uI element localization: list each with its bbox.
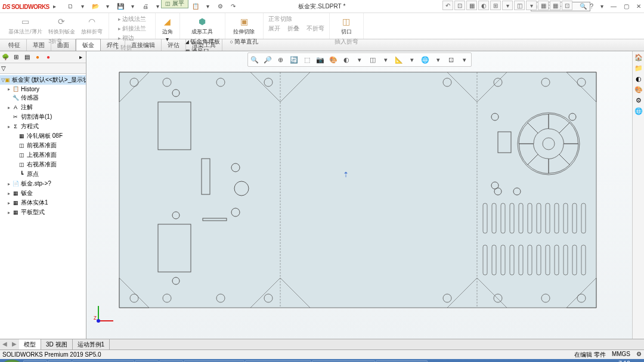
tree-item[interactable]: ✂切割清单(1)	[0, 112, 86, 122]
rebuild-icon[interactable]: 📋	[190, 2, 201, 11]
forum-icon[interactable]: 🌐	[634, 106, 643, 116]
ctx-btn[interactable]: ▾	[526, 1, 537, 10]
filter-icon[interactable]: ▽	[1, 65, 6, 72]
tree-item[interactable]: ▸Σ方程式	[0, 122, 86, 131]
normal-cut-button[interactable]: 正常切除	[267, 14, 326, 24]
tab-scroll-left-icon[interactable]: ◀	[0, 339, 10, 349]
tree-item[interactable]: ▦冷轧钢板 08F	[0, 131, 86, 141]
tree-item[interactable]: ▸▦基体实体1	[0, 198, 86, 208]
dropdown-icon[interactable]: ▾	[203, 2, 213, 11]
flatten-tag[interactable]: ◫ 展平	[161, 0, 188, 8]
simple-hole-button[interactable]: ○ 简单直孔	[229, 37, 259, 47]
save-icon[interactable]: 💾	[115, 2, 126, 11]
lofted-bend-button[interactable]: ◠放样折弯	[79, 14, 105, 37]
config-tab-icon[interactable]: ▤	[23, 53, 31, 61]
zoom-prev-icon[interactable]: ⊕	[275, 54, 286, 65]
status-custom-icon[interactable]: ⚙	[636, 351, 642, 359]
fold-button[interactable]: 折叠	[286, 24, 301, 33]
dropdown-icon[interactable]: ▾	[599, 3, 605, 10]
open-icon[interactable]: 📂	[90, 2, 101, 11]
orientation-icon[interactable]: 📐	[394, 54, 404, 65]
no-bend-button[interactable]: 不折弯	[305, 24, 326, 33]
tab-features[interactable]: 特征	[2, 39, 27, 51]
tab-weldments[interactable]: 焊件	[101, 39, 125, 51]
hide-show-icon[interactable]: ◫	[367, 54, 378, 65]
tree-item[interactable]: 🔧传感器	[0, 93, 86, 103]
tree-item[interactable]: ▸A注解	[0, 103, 86, 112]
edge-flange-button[interactable]: ▸ 边线法兰	[117, 14, 147, 24]
motion-study-tab[interactable]: 运动算例1	[73, 339, 110, 349]
display-style-icon[interactable]: ◐	[341, 54, 352, 65]
insert-bends-button[interactable]: 插入折弯	[333, 37, 360, 47]
view-settings-icon[interactable]: ⊡	[446, 54, 457, 65]
minimize-button[interactable]: —	[609, 3, 618, 10]
new-icon[interactable]: 🗋	[65, 2, 76, 11]
ctx-btn[interactable]: ⊡	[562, 1, 572, 10]
tab-sheetmetal[interactable]: 钣金	[76, 39, 101, 51]
display-tab-icon[interactable]: ●	[33, 53, 42, 61]
ctx-btn[interactable]: ⊞	[490, 1, 501, 10]
ctx-btn[interactable]: ◫	[514, 1, 525, 10]
appearance-icon[interactable]: 🎨	[328, 54, 339, 65]
graphics-viewport[interactable]: 🔍 🔎 ⊕ 🔄 ⬚ 📷 🎨 ◐ ▾ ◫ ▾ 📐 ▾ 🌐 ▾ ⊡ ▾	[86, 51, 632, 339]
help-button[interactable]: ?	[588, 3, 595, 10]
close-button[interactable]: ✕	[634, 3, 643, 10]
tab-surfaces[interactable]: 曲面	[51, 39, 76, 51]
tree-item[interactable]: ▸▦钣金	[0, 188, 86, 198]
dropdown-icon[interactable]: ▾	[433, 54, 444, 65]
dropdown-icon[interactable]: ▾	[407, 54, 417, 65]
feature-tree-tab-icon[interactable]: 🌳	[1, 53, 10, 61]
dropdown-icon[interactable]: ▾	[128, 2, 138, 11]
ctx-btn[interactable]: ▾	[502, 1, 513, 10]
unfold-button[interactable]: 展开	[267, 24, 281, 33]
extrude-cut-button[interactable]: ▣拉伸切除	[231, 14, 257, 37]
property-tab-icon[interactable]: ⊞	[12, 53, 20, 61]
dropdown-icon[interactable]: ▾	[459, 54, 470, 65]
dropdown-icon[interactable]: ▾	[354, 54, 365, 65]
ctx-btn[interactable]: ⊡	[454, 1, 465, 10]
tree-item[interactable]: ◫上视基准面	[0, 150, 86, 160]
view-triad[interactable]: z	[92, 303, 116, 327]
rotate-icon[interactable]: 🔄	[289, 54, 299, 65]
tree-item[interactable]: ▸📋History	[0, 85, 86, 93]
resources-icon[interactable]: 📁	[634, 63, 643, 73]
ctx-btn[interactable]: ▦	[538, 1, 549, 10]
view-palette-icon[interactable]: ◐	[634, 74, 643, 83]
panel-expand-icon[interactable]: ▸	[76, 53, 85, 61]
miter-flange-button[interactable]: ▸ 斜接法兰	[117, 24, 147, 33]
tree-item[interactable]: ◫前视基准面	[0, 141, 86, 150]
section-icon[interactable]: ⬚	[302, 54, 312, 65]
redo-icon[interactable]: ↷	[228, 2, 239, 11]
tab-evaluate[interactable]: 评估	[162, 39, 186, 51]
base-flange-button[interactable]: ▭基体法兰/薄片	[6, 14, 45, 37]
scene-icon[interactable]: 🌐	[420, 54, 431, 65]
print-icon[interactable]: 🖨	[140, 2, 151, 11]
tree-item[interactable]: ▸📄板金.stp->?	[0, 179, 86, 188]
ctx-btn[interactable]: ▦	[466, 1, 477, 10]
start-button[interactable]: ⊞	[1, 360, 23, 362]
model-tab[interactable]: 模型	[19, 339, 41, 349]
tree-item[interactable]: ◫右视基准面	[0, 160, 86, 169]
dropdown-icon[interactable]: ▾	[103, 2, 113, 11]
qat-dropdown-icon[interactable]: ▸	[49, 2, 60, 11]
tree-item[interactable]: ▸▦平板型式	[0, 208, 86, 217]
tab-direct-edit[interactable]: 直接编辑	[125, 39, 162, 51]
options-icon[interactable]: ⚙	[215, 2, 226, 11]
zoom-area-icon[interactable]: 🔎	[262, 54, 273, 65]
dropdown-icon[interactable]: ▾	[380, 54, 391, 65]
dropdown-icon[interactable]: ▾	[78, 2, 88, 11]
capture-icon[interactable]: 📷	[315, 54, 326, 65]
maximize-button[interactable]: ▢	[622, 3, 631, 10]
tab-render[interactable]: 渲染工具	[186, 39, 222, 51]
custom-props-icon[interactable]: ⚙	[634, 95, 643, 105]
tab-scroll-right-icon[interactable]: ▶	[10, 339, 19, 349]
home-icon[interactable]: 🏠	[634, 52, 643, 62]
ctx-btn[interactable]: ▦	[550, 1, 561, 10]
appearance-tab-icon[interactable]: ●	[44, 53, 52, 61]
ctx-btn[interactable]: ↶	[442, 1, 453, 10]
zoom-fit-icon[interactable]: 🔍	[249, 54, 260, 65]
search-icon[interactable]: 🔍	[580, 3, 587, 10]
rip-button[interactable]: ◫切口	[338, 14, 355, 37]
convert-button[interactable]: ⟳转换到钣金	[46, 14, 78, 37]
appearances-icon[interactable]: 🎨	[634, 85, 643, 94]
